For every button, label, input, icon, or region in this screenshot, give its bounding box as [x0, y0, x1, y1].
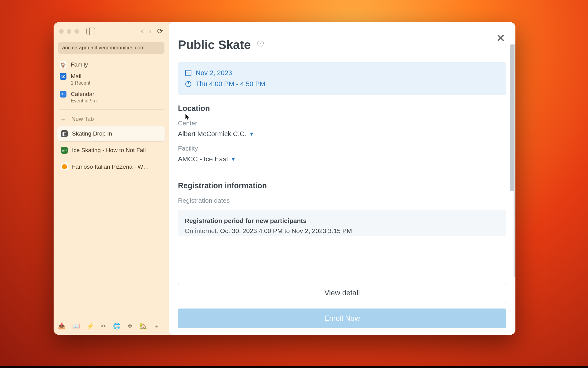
- favicon-family: 🏠: [60, 61, 66, 68]
- browser-window: ‹ › ⟳ anc.ca.apm.activecommunities.com 🏠…: [54, 22, 515, 335]
- registration-dates-label: Registration dates: [178, 197, 506, 204]
- favicon-mail: ✉: [60, 73, 66, 80]
- reload-button[interactable]: ⟳: [156, 27, 164, 36]
- calendar-icon: [185, 70, 191, 76]
- tab-label: Ice Skating - How to Not Fall: [72, 147, 146, 154]
- enroll-now-button[interactable]: Enroll Now: [178, 309, 506, 328]
- chevron-down-icon: ▼: [231, 156, 236, 163]
- dock-edge: [0, 366, 588, 368]
- sidebar-bottom-toolbar: 📥 📖 ⚡ ✂ 🌐 ❄ 🏡 ＋: [54, 320, 169, 333]
- minimize-window-icon[interactable]: [67, 29, 71, 34]
- center-value-row[interactable]: Albert McCormick C.C. ▼: [178, 130, 506, 138]
- toggle-sidebar-button[interactable]: [86, 28, 95, 35]
- registration-internet-prefix: On internet:: [185, 227, 220, 234]
- traffic-lights[interactable]: [59, 29, 79, 34]
- zoom-window-icon[interactable]: [74, 29, 79, 34]
- location-heading: Location: [178, 104, 506, 113]
- library-icon[interactable]: 📖: [72, 322, 80, 331]
- pinned-item-mail[interactable]: ✉ Mail 1 Recent: [57, 71, 166, 88]
- datetime-card: Nov 2, 2023 Thu 4:00 PM - 4:50 PM: [178, 62, 506, 95]
- tab-skating-drop-in[interactable]: ◧ Skating Drop In: [57, 126, 165, 141]
- favicon: ◧: [61, 130, 68, 137]
- sidebar: ‹ › ⟳ anc.ca.apm.activecommunities.com 🏠…: [54, 22, 169, 335]
- address-bar[interactable]: anc.ca.apm.activecommunities.com: [58, 42, 164, 54]
- favorite-heart-icon[interactable]: ♡: [256, 40, 265, 50]
- forward-button[interactable]: ›: [148, 27, 153, 36]
- action-buttons: View detail Enroll Now: [178, 283, 506, 328]
- divider: [178, 172, 506, 172]
- favicon: 🟠: [61, 163, 68, 170]
- pinned-item-family[interactable]: 🏠 Family: [57, 59, 166, 71]
- back-button[interactable]: ‹: [140, 27, 145, 36]
- window-toolbar: ‹ › ⟳: [57, 25, 166, 37]
- page-content: ✕ Public Skate ♡ Nov 2, 2023 Thu 4:00 PM…: [169, 22, 515, 335]
- pinned-label: Mail: [71, 73, 90, 80]
- favicon: wH: [61, 147, 68, 154]
- tab-ice-skating-howto[interactable]: wH Ice Skating - How to Not Fall: [57, 143, 165, 158]
- favicon-calendar: 31: [60, 91, 66, 98]
- facility-label: Facility: [178, 145, 506, 152]
- new-tab-button[interactable]: ＋ New Tab: [57, 113, 166, 125]
- clock-icon: [185, 81, 191, 87]
- activity-time: Thu 4:00 PM - 4:50 PM: [196, 80, 265, 88]
- add-space-icon[interactable]: ＋: [154, 322, 160, 331]
- registration-period-title: Registration period for new participants: [185, 216, 499, 226]
- registration-heading: Registration information: [178, 181, 506, 190]
- activity-title: Public Skate: [178, 38, 251, 52]
- view-detail-button[interactable]: View detail: [178, 283, 506, 303]
- registration-period-card: Registration period for new participants…: [178, 210, 506, 236]
- tools-icon[interactable]: ✂: [101, 322, 106, 331]
- tab-famoso-pizzeria[interactable]: 🟠 Famoso Italian Pizzeria - W…: [57, 159, 165, 174]
- pinned-item-calendar[interactable]: 31 Calendar Event in 9m: [57, 88, 166, 106]
- pinned-sublabel: 1 Recent: [71, 80, 90, 86]
- facility-value-row[interactable]: AMCC - Ice East ▼: [178, 155, 506, 163]
- snow-icon[interactable]: ❄: [127, 322, 133, 331]
- pinned-label: Calendar: [71, 91, 96, 98]
- pinned-sublabel: Event in 9m: [71, 98, 96, 104]
- facility-value: AMCC - Ice East: [178, 155, 228, 163]
- close-modal-button[interactable]: ✕: [496, 32, 505, 44]
- bolt-icon[interactable]: ⚡: [87, 322, 94, 331]
- close-window-icon[interactable]: [59, 29, 64, 34]
- chevron-down-icon: ▼: [249, 131, 254, 137]
- tab-label: Famoso Italian Pizzeria - W…: [72, 163, 149, 170]
- registration-internet-range: Oct 30, 2023 4:00 PM to Nov 2, 2023 3:15…: [220, 227, 352, 234]
- pinned-label: Family: [71, 61, 88, 68]
- new-tab-label: New Tab: [71, 116, 94, 122]
- activity-date: Nov 2, 2023: [196, 69, 232, 77]
- divider: [58, 109, 164, 109]
- plus-icon: ＋: [60, 116, 66, 122]
- tab-label: Skating Drop In: [72, 130, 112, 137]
- archive-icon[interactable]: 📥: [58, 322, 66, 331]
- home-icon[interactable]: 🏡: [139, 322, 147, 331]
- center-value: Albert McCormick C.C.: [178, 130, 247, 138]
- globe-icon[interactable]: 🌐: [113, 322, 121, 331]
- center-label: Center: [178, 120, 506, 127]
- address-text: anc.ca.apm.activecommunities.com: [62, 45, 145, 51]
